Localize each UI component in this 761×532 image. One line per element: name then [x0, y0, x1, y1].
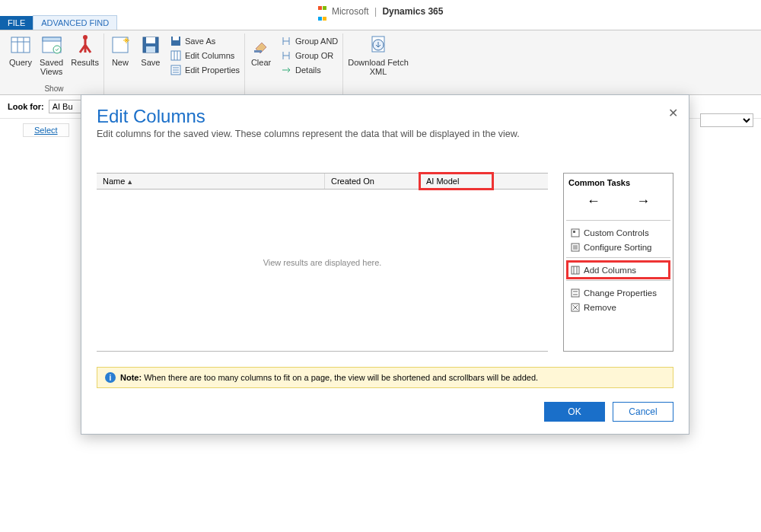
move-left-button[interactable]: ← — [587, 193, 600, 209]
download-fetch-xml-label: Download Fetch XML — [348, 58, 409, 76]
saved-views-label: Saved Views — [40, 58, 63, 76]
brand-right: Dynamics 365 — [382, 6, 443, 17]
download-icon — [367, 33, 390, 56]
info-icon: i — [105, 372, 116, 383]
remove-icon — [570, 302, 580, 312]
svg-rect-14 — [146, 37, 155, 43]
saved-views-button[interactable]: Saved Views — [40, 33, 63, 76]
brand-separator: | — [374, 6, 377, 17]
results-label: Results — [71, 58, 99, 67]
task-configure-sorting[interactable]: Configure Sorting — [568, 240, 668, 254]
svg-rect-0 — [11, 37, 30, 53]
clear-icon — [250, 33, 272, 56]
task-remove[interactable]: Remove — [568, 300, 668, 314]
tab-advanced-find[interactable]: ADVANCED FIND — [33, 15, 117, 30]
group-and-button[interactable]: Group AND — [280, 35, 338, 47]
svg-rect-17 — [173, 37, 179, 40]
task-add-columns[interactable]: Add Columns — [568, 263, 668, 277]
select-link[interactable]: Select — [23, 123, 69, 137]
svg-rect-31 — [572, 266, 579, 274]
task-change-properties[interactable]: Change Properties — [568, 285, 668, 300]
ribbon-group-show-label: Show — [44, 84, 63, 94]
save-as-label: Save As — [185, 37, 215, 46]
svg-point-6 — [53, 46, 61, 53]
svg-rect-29 — [573, 231, 575, 233]
svg-rect-25 — [254, 50, 262, 53]
query-icon — [9, 33, 32, 56]
cancel-button[interactable]: Cancel — [613, 402, 673, 422]
save-icon — [139, 33, 162, 56]
group-and-icon — [280, 35, 292, 47]
new-label: New — [112, 58, 129, 67]
save-as-icon — [170, 35, 182, 47]
column-header-ai-model[interactable]: AI Model — [420, 174, 492, 189]
column-header-spacer — [492, 174, 548, 189]
note-text: When there are too many columns to fit o… — [144, 373, 538, 382]
add-columns-icon — [570, 265, 580, 275]
clear-button[interactable]: Clear — [250, 33, 272, 67]
dialog-title: Edit Columns — [97, 106, 673, 127]
column-header-created-on[interactable]: Created On — [325, 174, 420, 189]
tasks-divider-3 — [566, 280, 670, 281]
group-or-label: Group OR — [295, 51, 333, 60]
change-properties-icon — [570, 288, 580, 298]
group-or-icon — [280, 49, 292, 62]
svg-point-7 — [83, 35, 88, 40]
column-header-name[interactable]: Name▲ — [97, 174, 325, 189]
lookfor-label: Look for: — [8, 102, 44, 111]
group-and-label: Group AND — [295, 37, 338, 46]
results-icon — [74, 33, 97, 56]
configure-sorting-icon — [570, 242, 580, 252]
tab-row: FILE ADVANCED FIND — [0, 15, 761, 30]
custom-controls-icon — [570, 228, 580, 237]
edit-columns-icon — [170, 49, 182, 62]
app-header: Microsoft | Dynamics 365 — [0, 0, 761, 15]
save-label: Save — [141, 58, 160, 67]
column-header-row: Name▲ Created On AI Model — [97, 173, 548, 190]
download-fetch-xml-button[interactable]: Download Fetch XML — [348, 33, 409, 76]
dialog-subtitle: Edit columns for the saved view. These c… — [97, 129, 673, 139]
edit-properties-button[interactable]: Edit Properties — [170, 64, 240, 76]
tasks-divider — [566, 220, 670, 221]
svg-rect-5 — [43, 37, 61, 41]
ribbon-group-file: New Save Save As Edit Columns Edit Prope… — [104, 33, 245, 94]
ribbon-group-query: Clear Group AND Group OR Details — [245, 33, 343, 94]
ok-button[interactable]: OK — [544, 402, 605, 422]
query-button[interactable]: Query — [9, 33, 32, 67]
svg-rect-18 — [171, 51, 180, 60]
query-label: Query — [9, 58, 32, 67]
task-custom-controls[interactable]: Custom Controls — [568, 225, 668, 240]
note-bar: i Note: When there are too many columns … — [97, 367, 673, 388]
new-button[interactable]: New — [109, 33, 132, 67]
tab-file[interactable]: FILE — [0, 16, 33, 30]
edit-columns-button[interactable]: Edit Columns — [170, 49, 240, 62]
details-label: Details — [295, 65, 321, 75]
saved-views-icon — [40, 33, 63, 56]
save-button[interactable]: Save — [139, 33, 162, 67]
svg-rect-15 — [146, 46, 155, 53]
lookfor-trailing-select[interactable] — [700, 113, 753, 127]
new-icon — [109, 33, 132, 56]
results-button[interactable]: Results — [71, 33, 99, 67]
common-tasks-title: Common Tasks — [568, 178, 668, 187]
note-label: Note: — [120, 373, 142, 382]
close-button[interactable]: ✕ — [668, 106, 678, 120]
columns-divider — [97, 351, 548, 352]
common-tasks-panel: Common Tasks ← → Custom Controls Configu… — [563, 173, 673, 352]
edit-columns-label: Edit Columns — [185, 51, 234, 60]
microsoft-logo-icon — [318, 2, 326, 23]
details-icon — [280, 64, 292, 76]
brand-left: Microsoft — [332, 6, 369, 17]
ribbon-group-show: Query Saved Views Results Show — [5, 33, 104, 94]
results-placeholder: View results are displayed here. — [97, 190, 548, 343]
ribbon: Query Saved Views Results Show New Save — [0, 30, 761, 95]
edit-properties-icon — [170, 64, 182, 76]
svg-rect-34 — [572, 289, 579, 297]
ribbon-group-download: Download Fetch XML — [343, 33, 413, 94]
move-right-button[interactable]: → — [636, 193, 650, 209]
group-or-button[interactable]: Group OR — [280, 49, 338, 62]
clear-label: Clear — [251, 58, 271, 67]
details-button[interactable]: Details — [280, 64, 338, 76]
sort-asc-icon: ▲ — [126, 178, 133, 186]
save-as-button[interactable]: Save As — [170, 35, 240, 47]
